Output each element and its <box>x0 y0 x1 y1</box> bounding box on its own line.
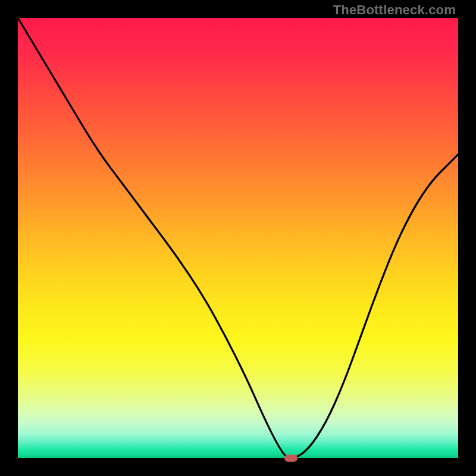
bottleneck-curve <box>18 18 458 458</box>
curve-path <box>18 18 458 458</box>
plot-area <box>18 18 458 458</box>
watermark-text: TheBottleneck.com <box>333 2 456 18</box>
optimal-marker <box>284 455 298 462</box>
chart-frame: TheBottleneck.com <box>0 0 476 476</box>
